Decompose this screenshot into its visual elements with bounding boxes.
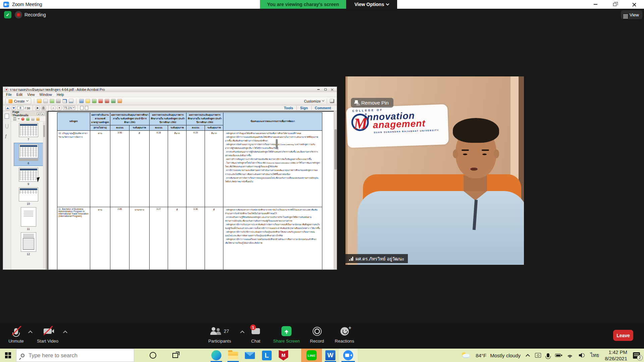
two-page-layout-icon[interactable] <box>85 106 88 110</box>
unmute-button[interactable]: Unmute <box>3 325 30 344</box>
approve-stamp-icon[interactable] <box>92 99 97 103</box>
task-view-icon[interactable] <box>172 353 178 358</box>
sign-pen-icon[interactable] <box>62 99 67 103</box>
search-input[interactable] <box>29 352 129 359</box>
thumbnail-page-10[interactable]: 10 <box>19 187 38 205</box>
cortana-icon[interactable] <box>150 352 156 359</box>
leave-button[interactable]: Leave <box>613 330 633 341</box>
participants-button[interactable]: 27 Participants <box>201 325 238 344</box>
export-pdf-icon[interactable] <box>98 99 103 103</box>
insert-page-icon[interactable] <box>26 117 30 121</box>
hand-tool-button[interactable] <box>41 106 46 110</box>
cloud-upload-icon[interactable] <box>50 99 54 103</box>
thumbnail-page-8-selected[interactable]: 8 <box>14 143 43 166</box>
delete-page-icon[interactable] <box>21 117 24 121</box>
open-file-icon[interactable] <box>37 99 42 103</box>
taskbar-search[interactable] <box>16 349 134 362</box>
menu-window[interactable]: Window <box>40 93 52 97</box>
restore-button[interactable] <box>605 0 625 9</box>
rotate-page-icon[interactable] <box>31 117 35 121</box>
taskbar-word[interactable]: W <box>322 349 339 362</box>
taskbar-l-app[interactable]: L <box>258 349 275 362</box>
zoom-in-button[interactable]: + <box>57 106 62 110</box>
taskbar-mail[interactable] <box>241 349 258 362</box>
menu-edit[interactable]: Edit <box>16 93 22 97</box>
forms-icon[interactable] <box>117 99 122 103</box>
document-scrollbar[interactable] <box>334 111 337 269</box>
document-pane[interactable]: หลักสูตร ผลการดำเนินงานตามเกณฑ์มาตรฐานหล… <box>46 111 337 269</box>
notification-center-icon[interactable]: 2 <box>633 352 640 359</box>
reactions-button[interactable]: + Reactions <box>329 325 360 344</box>
thumbnail-page-11[interactable]: 11 <box>21 207 36 231</box>
tab-tools[interactable]: Tools <box>281 106 297 110</box>
acrobat-minimize-button[interactable] <box>316 87 321 92</box>
share-screen-button[interactable]: Share Screen <box>270 325 303 344</box>
web-link-icon[interactable] <box>79 99 84 103</box>
start-button[interactable] <box>5 352 11 358</box>
email-icon[interactable] <box>69 99 73 103</box>
menu-file[interactable]: File <box>6 93 12 97</box>
page-number-input[interactable]: 8 <box>17 106 23 110</box>
quick-tools-icon[interactable] <box>330 99 334 103</box>
remove-pin-button[interactable]: Remove Pin <box>351 98 393 108</box>
taskbar-line-active[interactable]: LINE <box>301 349 322 362</box>
view-options-button[interactable]: View Options <box>346 0 397 9</box>
attach-pdf-icon[interactable] <box>105 99 109 103</box>
record-icon <box>313 327 322 336</box>
pinned-video-tile[interactable]: COLLEGE OF M innovation anagement SUAN S… <box>345 76 524 265</box>
taskbar-clock[interactable]: 1:42 PM 8/26/2021 <box>605 349 627 362</box>
select-tool-button[interactable]: ➤ <box>35 106 40 110</box>
tray-microphone-icon[interactable] <box>547 353 549 357</box>
panel-collapse-button[interactable]: ◂ <box>37 112 40 115</box>
taskbar-file-explorer[interactable] <box>225 349 241 362</box>
zoom-level-select[interactable]: 73.1% <box>63 106 75 110</box>
chat-button[interactable]: 1 Chat <box>243 325 268 344</box>
thumbnail-page-7[interactable]: 7 <box>19 123 38 141</box>
tab-sign[interactable]: Sign <box>297 106 311 110</box>
language-indicator[interactable]: ไทย <box>590 351 599 359</box>
tab-comment[interactable]: Comment <box>311 106 334 110</box>
attachments-paperclip-icon[interactable] <box>5 124 8 128</box>
minimize-button[interactable] <box>586 0 605 9</box>
acrobat-titlebar[interactable]: รายงานผลประเมินคุณภาพหลักสูตร 4-64.pdf -… <box>3 87 337 92</box>
weather-icon[interactable] <box>461 352 470 358</box>
weather-desc[interactable]: Mostly cloudy <box>490 353 521 358</box>
next-page-button[interactable] <box>11 106 16 110</box>
thumbnail-options-icon[interactable] <box>13 117 16 121</box>
start-video-button[interactable]: Start Video <box>34 325 61 344</box>
weather-temp[interactable]: 84°F <box>476 353 486 358</box>
security-shield-icon[interactable]: ✓ <box>4 11 11 18</box>
single-page-layout-icon[interactable] <box>80 106 84 110</box>
taskbar-zoom-active[interactable] <box>339 349 358 362</box>
menu-view[interactable]: View <box>27 93 35 97</box>
thumbnail-page-9[interactable]: 9 <box>19 168 38 186</box>
customize-button[interactable]: Customize <box>304 99 324 103</box>
taskbar-mcafee[interactable]: M <box>275 349 292 362</box>
comment-bubble-icon[interactable] <box>86 99 90 103</box>
wifi-icon[interactable] <box>567 353 573 358</box>
previous-page-button[interactable] <box>5 106 10 110</box>
zoom-out-button[interactable]: − <box>51 106 56 110</box>
convert-pdf-icon[interactable] <box>111 99 116 103</box>
taskbar-edge[interactable] <box>208 349 225 362</box>
view-layout-button[interactable]: View <box>621 10 642 19</box>
save-icon[interactable] <box>43 99 48 103</box>
thumbnails-list[interactable]: 7 8 9 10 11 12 <box>11 122 46 269</box>
cast-icon[interactable] <box>535 353 541 358</box>
record-button[interactable]: Record <box>302 325 332 344</box>
thumbnail-page-12[interactable]: 12 <box>21 232 36 256</box>
acrobat-restore-button[interactable] <box>323 87 328 92</box>
menu-help[interactable]: Help <box>57 93 64 97</box>
tray-expand-chevron[interactable] <box>526 354 530 358</box>
battery-icon[interactable] <box>555 354 561 357</box>
extract-page-icon[interactable] <box>36 117 40 121</box>
signatures-icon[interactable]: ƒ <box>5 134 9 139</box>
acrobat-close-button[interactable] <box>330 87 335 92</box>
page-thumbnails-icon[interactable] <box>5 114 9 119</box>
create-button[interactable]: Create <box>5 98 31 104</box>
close-button[interactable] <box>625 0 644 9</box>
print-icon[interactable] <box>56 99 61 103</box>
thumbnails-scrollbar[interactable] <box>43 122 45 269</box>
panel-menu-button[interactable]: ▸ <box>41 112 44 115</box>
speaker-icon[interactable] <box>579 353 585 358</box>
